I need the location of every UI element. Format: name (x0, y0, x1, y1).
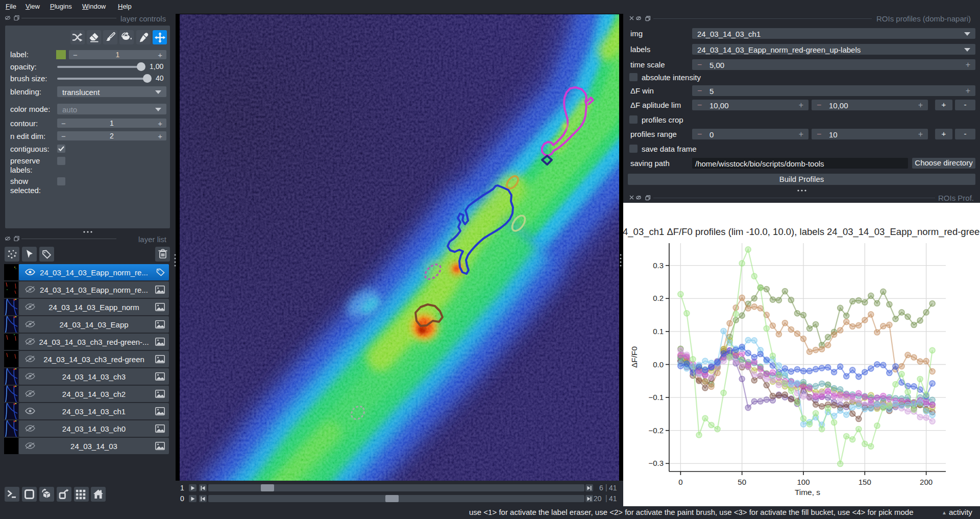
svg-text:0.1: 0.1 (653, 327, 664, 336)
svg-text:ΔF/F0: ΔF/F0 (630, 346, 639, 368)
svg-text:150: 150 (859, 478, 871, 486)
svg-text:0.0: 0.0 (653, 360, 664, 369)
svg-text:0.2: 0.2 (653, 294, 664, 302)
svg-text:−0.2: −0.2 (648, 426, 664, 435)
svg-text:Time, s: Time, s (795, 488, 820, 497)
svg-text:24_03_14_03_ch1 ΔF/F0 profiles: 24_03_14_03_ch1 ΔF/F0 profiles (lim -10.… (623, 226, 980, 238)
svg-text:0.3: 0.3 (653, 261, 664, 270)
svg-text:200: 200 (920, 478, 933, 486)
svg-text:−0.1: −0.1 (648, 393, 664, 402)
svg-text:0: 0 (678, 478, 682, 486)
svg-text:−0.3: −0.3 (648, 459, 664, 467)
svg-text:100: 100 (797, 478, 810, 486)
svg-text:50: 50 (738, 478, 746, 486)
